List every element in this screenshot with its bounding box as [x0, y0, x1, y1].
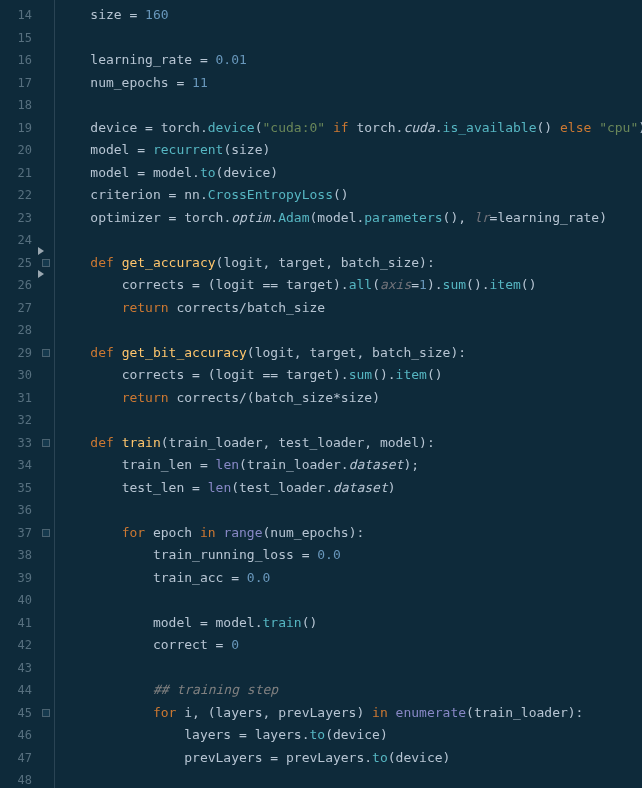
line-number: 41	[0, 612, 32, 635]
line-number: 37	[0, 522, 32, 545]
line-number: 24	[0, 229, 32, 252]
line-number: 14	[0, 4, 32, 27]
code-line[interactable]: layers = layers.to(device)	[59, 724, 642, 747]
fold-toggle-icon[interactable]	[42, 439, 50, 447]
line-number: 19	[0, 117, 32, 140]
line-number: 34	[0, 454, 32, 477]
line-number: 43	[0, 657, 32, 680]
code-line[interactable]: test_len = len(test_loader.dataset)	[59, 477, 642, 500]
line-number: 18	[0, 94, 32, 117]
line-number: 22	[0, 184, 32, 207]
line-number: 32	[0, 409, 32, 432]
code-line[interactable]: for i, (layers, prevLayers) in enumerate…	[59, 702, 642, 725]
line-number: 45	[0, 702, 32, 725]
code-line[interactable]: prevLayers = prevLayers.to(device)	[59, 747, 642, 770]
code-line[interactable]: size = 160	[59, 4, 642, 27]
line-number: 47	[0, 747, 32, 770]
line-number: 38	[0, 544, 32, 567]
code-line[interactable]	[59, 769, 642, 788]
code-line[interactable]	[59, 409, 642, 432]
line-number: 28	[0, 319, 32, 342]
code-line[interactable]: train_running_loss = 0.0	[59, 544, 642, 567]
line-number: 21	[0, 162, 32, 185]
code-line[interactable]	[59, 27, 642, 50]
code-line[interactable]: model = model.train()	[59, 612, 642, 635]
line-number: 23	[0, 207, 32, 230]
line-number: 44	[0, 679, 32, 702]
code-line[interactable]	[59, 657, 642, 680]
line-number: 30	[0, 364, 32, 387]
code-line[interactable]: criterion = nn.CrossEntropyLoss()	[59, 184, 642, 207]
line-number: 39	[0, 567, 32, 590]
line-number: 27	[0, 297, 32, 320]
code-editor[interactable]: 1415161718192021222324252627282930313233…	[0, 0, 642, 788]
line-number: 36	[0, 499, 32, 522]
code-line[interactable]: for epoch in range(num_epochs):	[59, 522, 642, 545]
code-line[interactable]: def get_accuracy(logit, target, batch_si…	[59, 252, 642, 275]
code-line[interactable]: model = recurrent(size)	[59, 139, 642, 162]
line-number: 35	[0, 477, 32, 500]
code-line[interactable]: train_acc = 0.0	[59, 567, 642, 590]
code-line[interactable]: train_len = len(train_loader.dataset);	[59, 454, 642, 477]
code-line[interactable]: model = model.to(device)	[59, 162, 642, 185]
code-line[interactable]	[59, 589, 642, 612]
line-number: 15	[0, 27, 32, 50]
line-number: 25	[0, 252, 32, 275]
line-number: 31	[0, 387, 32, 410]
line-number: 42	[0, 634, 32, 657]
code-line[interactable]	[59, 319, 642, 342]
code-line[interactable]: corrects = (logit == target).all(axis=1)…	[59, 274, 642, 297]
code-line[interactable]: ## training step	[59, 679, 642, 702]
line-number: 16	[0, 49, 32, 72]
code-line[interactable]	[59, 499, 642, 522]
code-line[interactable]: corrects = (logit == target).sum().item(…	[59, 364, 642, 387]
code-line[interactable]: def get_bit_accuracy(logit, target, batc…	[59, 342, 642, 365]
line-number-gutter: 1415161718192021222324252627282930313233…	[0, 0, 38, 788]
code-line[interactable]: learning_rate = 0.01	[59, 49, 642, 72]
line-number: 20	[0, 139, 32, 162]
code-line[interactable]: return corrects/(batch_size*size)	[59, 387, 642, 410]
line-number: 29	[0, 342, 32, 365]
code-line[interactable]: optimizer = torch.optim.Adam(model.param…	[59, 207, 642, 230]
code-line[interactable]	[59, 94, 642, 117]
fold-toggle-icon[interactable]	[42, 709, 50, 717]
code-area[interactable]: size = 160 learning_rate = 0.01 num_epoc…	[55, 0, 642, 788]
fold-toggle-icon[interactable]	[42, 259, 50, 267]
line-number: 26	[0, 274, 32, 297]
line-number: 17	[0, 72, 32, 95]
code-line[interactable]: correct = 0	[59, 634, 642, 657]
code-line[interactable]: return corrects/batch_size	[59, 297, 642, 320]
line-number: 40	[0, 589, 32, 612]
code-line[interactable]: device = torch.device("cuda:0" if torch.…	[59, 117, 642, 140]
code-line[interactable]	[59, 229, 642, 252]
code-line[interactable]: def train(train_loader, test_loader, mod…	[59, 432, 642, 455]
code-line[interactable]: num_epochs = 11	[59, 72, 642, 95]
line-number: 48	[0, 769, 32, 788]
fold-toggle-icon[interactable]	[42, 349, 50, 357]
fold-toggle-icon[interactable]	[42, 529, 50, 537]
line-number: 33	[0, 432, 32, 455]
fold-column[interactable]	[38, 0, 54, 788]
line-number: 46	[0, 724, 32, 747]
